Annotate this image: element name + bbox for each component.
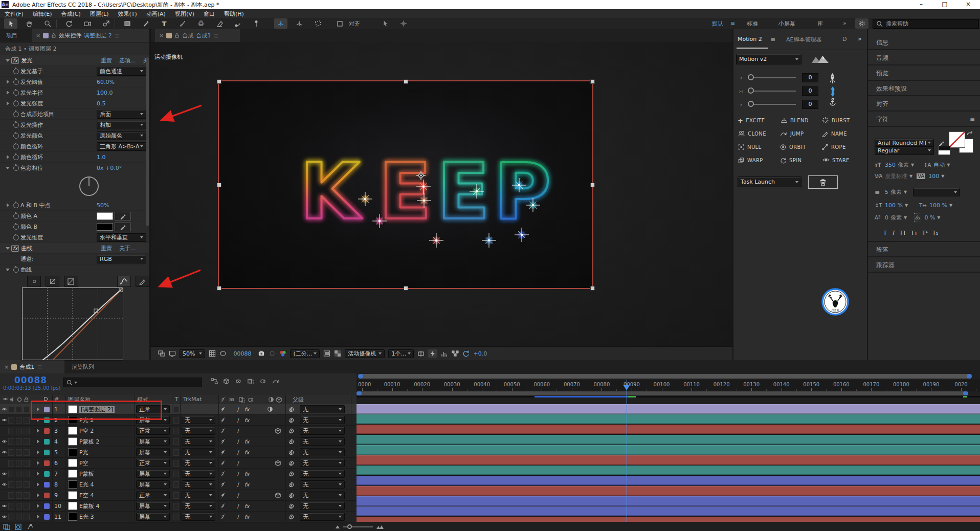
pixel-aspect-icon[interactable]	[417, 350, 425, 357]
updown-arrows-icon[interactable]	[830, 86, 836, 97]
layer-duration-bar[interactable]	[357, 445, 980, 455]
param-dropdown[interactable]: 后面	[97, 110, 146, 119]
parent-dropdown[interactable]: 无	[300, 416, 345, 424]
quality-switch-icon[interactable]	[220, 514, 226, 520]
layer-label-chip[interactable]	[44, 503, 50, 509]
t-switch[interactable]	[173, 460, 179, 467]
tab-partial[interactable]: D	[842, 36, 847, 42]
tab-effect-controls[interactable]: × 效果控件 调整图层 2 ≡	[32, 29, 151, 42]
layer-label-chip[interactable]	[44, 439, 50, 445]
curve-grid-large-button[interactable]	[64, 276, 78, 287]
stopwatch-icon[interactable]	[11, 69, 20, 74]
panb-tool[interactable]	[99, 18, 113, 29]
quality-switch-icon[interactable]	[220, 481, 226, 488]
stopwatch-icon[interactable]	[11, 213, 20, 219]
parent-dropdown[interactable]: 无	[300, 437, 345, 446]
frame-blend-switch[interactable]: /	[237, 417, 239, 424]
style-button-4[interactable]: T¹	[922, 230, 928, 236]
trkmat-dropdown[interactable]: 无	[182, 448, 215, 456]
slider-value[interactable]: 0	[802, 86, 818, 96]
lock-toggle[interactable]	[24, 503, 30, 510]
panel-header-paragraph[interactable]: 段落	[868, 243, 980, 257]
eyedropper-icon[interactable]	[115, 223, 131, 231]
param-value[interactable]: 0x +0.0°	[97, 165, 122, 171]
layer-duration-bar[interactable]	[357, 506, 980, 517]
audio-toggle[interactable]	[8, 481, 14, 488]
comp-mini-flowchart-icon[interactable]	[211, 378, 218, 385]
timeline-track-area[interactable]: 0000000100002000030000400005000060000700…	[357, 373, 980, 522]
param-value[interactable]: 60.0%	[97, 79, 115, 85]
trkmat-dropdown[interactable]: 无	[182, 491, 215, 499]
param-dropdown[interactable]: 相加	[97, 121, 146, 129]
stopwatch-icon[interactable]	[11, 79, 20, 85]
layer-duration-bar[interactable]	[357, 414, 980, 425]
workspace-settings-icon[interactable]	[855, 18, 868, 29]
layer-duration-bar[interactable]	[357, 517, 980, 522]
effect-options-link[interactable]: 选项...	[119, 57, 136, 64]
trkmat-dropdown[interactable]: 无	[182, 502, 215, 510]
effect-reset-link[interactable]: 重置	[101, 245, 112, 252]
zoom-tool[interactable]	[41, 18, 54, 29]
maximize-button[interactable]: □	[933, 0, 956, 9]
layer-duration-bar[interactable]	[357, 476, 980, 486]
style-button-2[interactable]: TT	[899, 230, 906, 236]
playhead-handle[interactable]	[623, 385, 630, 390]
audio-toggle[interactable]	[8, 438, 14, 445]
column-header-parent[interactable]: 父级	[293, 396, 304, 404]
parent-pickwhip-icon[interactable]	[288, 503, 295, 510]
primary-viewer-icon[interactable]	[169, 350, 176, 357]
workspace-1[interactable]: 默认	[712, 20, 723, 28]
audio-toggle[interactable]	[8, 406, 14, 413]
parent-dropdown[interactable]: 无	[300, 491, 345, 499]
viewport[interactable]: 活动摄像机 KEEP	[151, 42, 732, 346]
parent-dropdown[interactable]: 无	[300, 448, 345, 456]
param-dropdown[interactable]: 三角形 A>B>A	[97, 142, 146, 151]
effect-header[interactable]: fx曲线重置关于...	[0, 243, 149, 254]
layer-mode-dropdown[interactable]: 正常	[136, 459, 170, 467]
style-button-0[interactable]: T	[883, 230, 887, 236]
parent-pickwhip-icon[interactable]	[288, 417, 295, 424]
parent-dropdown[interactable]: 无	[300, 480, 345, 489]
frame-blend-switch[interactable]: /	[237, 481, 239, 488]
layer-name[interactable]: P空 2	[79, 427, 94, 435]
zoom-slider-knob[interactable]	[347, 524, 352, 529]
trkmat-dropdown[interactable]: 无	[182, 480, 215, 489]
comp-flowchart-icon[interactable]	[452, 350, 459, 357]
effect-about-link[interactable]: 关于...	[119, 245, 136, 252]
resolution-dropdown[interactable]: (二分...	[290, 349, 320, 358]
solo-toggle[interactable]	[16, 406, 22, 413]
audio-toggle[interactable]	[8, 417, 14, 424]
slider-mode-icon[interactable]: ›‹	[738, 88, 745, 95]
layer-eye-toggle[interactable]	[1, 450, 8, 455]
panel-header-字符[interactable]: 字符≡	[868, 113, 980, 127]
tab-motion2[interactable]: Motion 2	[738, 36, 762, 42]
param-dropdown[interactable]: 颜色通道	[97, 67, 146, 76]
parent-pickwhip-icon[interactable]	[288, 492, 295, 499]
effect-header[interactable]: fx发光重置选项...关于...	[0, 55, 149, 66]
trash-button[interactable]	[808, 175, 838, 189]
layer-row[interactable]: 11E光 3屏幕无/fx无	[0, 512, 357, 522]
more-tabs-icon[interactable]: »	[858, 35, 862, 42]
panel-header-预览[interactable]: 预览	[868, 67, 980, 81]
quality-switch-icon[interactable]	[220, 460, 226, 466]
layer-expand-arrow[interactable]	[37, 461, 39, 465]
layer-mode-dropdown[interactable]: 屏幕	[136, 513, 170, 521]
motion-blur-icon[interactable]	[259, 378, 266, 385]
style-button-1[interactable]: T	[892, 230, 895, 236]
audio-toggle[interactable]	[8, 471, 14, 477]
trkmat-dropdown[interactable]: 无	[182, 470, 215, 478]
fx-switch[interactable]: fx	[244, 471, 249, 477]
fx-switch[interactable]: fx	[244, 503, 249, 509]
frame-blend-switch[interactable]: /	[237, 428, 239, 434]
param-value[interactable]: 50%	[97, 202, 109, 209]
quality-switch-icon[interactable]	[220, 428, 226, 434]
tab-composition[interactable]: × 合成 合成1 ≡	[155, 29, 240, 42]
navigator-start-handle[interactable]	[358, 374, 363, 379]
parent-pickwhip-icon[interactable]	[288, 438, 295, 445]
t-switch[interactable]	[173, 417, 179, 424]
quality-switch-icon[interactable]	[220, 471, 226, 477]
eraser-tool[interactable]	[213, 18, 226, 29]
parent-pickwhip-icon[interactable]	[288, 481, 295, 488]
solo-toggle[interactable]	[16, 428, 22, 434]
trkmat-dropdown[interactable]: 无	[182, 513, 215, 521]
